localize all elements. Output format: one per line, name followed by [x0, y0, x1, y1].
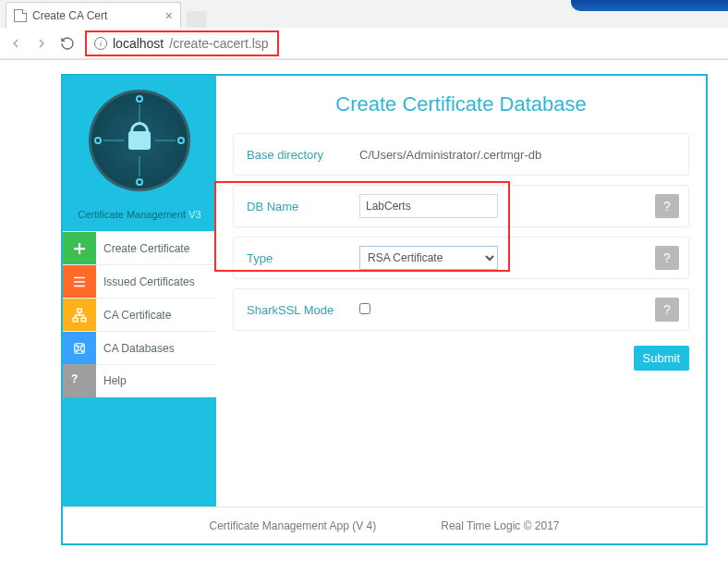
plus-icon	[63, 232, 96, 265]
window-frame-accent	[571, 0, 728, 11]
list-icon	[63, 265, 96, 299]
submit-button[interactable]: Submit	[634, 346, 689, 371]
db-name-input[interactable]	[359, 194, 498, 218]
site-info-icon[interactable]: i	[94, 37, 107, 50]
tab-title: Create CA Cert	[32, 9, 107, 22]
svg-rect-2	[81, 318, 86, 322]
sidebar-item-label: CA Certificate	[103, 309, 171, 322]
type-label: Type	[234, 251, 356, 265]
tree-icon	[63, 299, 96, 332]
new-tab-button[interactable]	[187, 11, 207, 28]
sidebar-item-issued-certificates[interactable]: Issued Certificates	[63, 264, 216, 298]
footer: Certificate Management App (V 4) Real Ti…	[63, 506, 706, 543]
database-icon	[63, 332, 96, 365]
browser-chrome: Create CA Cert × i localhost/create-cace…	[0, 0, 728, 60]
help-button[interactable]: ?	[655, 298, 679, 322]
close-tab-icon[interactable]: ×	[165, 8, 173, 23]
sharkssl-checkbox[interactable]	[359, 303, 370, 314]
forward-button[interactable]	[33, 35, 50, 52]
sidebar-item-create-certificate[interactable]: Create Certificate	[63, 231, 216, 264]
sidebar-item-label: Help	[103, 374, 127, 387]
row-type: Type RSA Certificate ?	[233, 237, 689, 279]
svg-point-7	[76, 350, 78, 352]
svg-point-4	[78, 347, 81, 350]
main-panel: Create Certificate Database Base directo…	[216, 76, 706, 506]
back-button[interactable]	[7, 35, 24, 52]
svg-rect-0	[78, 309, 82, 312]
svg-point-5	[76, 345, 78, 347]
help-button[interactable]: ?	[655, 246, 679, 270]
row-sharkssl-mode: SharkSSL Mode ?	[233, 288, 689, 331]
base-directory-value: C/Users/Administrator/.certmgr-db	[356, 148, 688, 162]
app-frame: Certificate Management V3 Create Certifi…	[61, 74, 708, 545]
sidebar: Certificate Management V3 Create Certifi…	[63, 76, 216, 506]
svg-rect-1	[73, 318, 78, 322]
base-directory-label: Base directory	[234, 148, 356, 162]
sidebar-item-label: CA Databases	[103, 342, 175, 355]
lock-icon	[128, 131, 151, 150]
row-base-directory: Base directory C/Users/Administrator/.ce…	[233, 133, 689, 176]
address-bar-row: i localhost/create-cacert.lsp	[0, 28, 728, 59]
footer-app-name: Certificate Management App (V 4)	[210, 519, 377, 532]
type-select[interactable]: RSA Certificate	[359, 246, 498, 270]
page-title: Create Certificate Database	[233, 92, 689, 116]
sidebar-item-label: Create Certificate	[103, 242, 189, 255]
sharkssl-label: SharkSSL Mode	[234, 303, 356, 317]
help-button[interactable]: ?	[655, 194, 679, 218]
row-db-name: DB Name ?	[233, 185, 689, 227]
question-icon: ?	[63, 364, 96, 397]
db-name-label: DB Name	[234, 200, 356, 213]
page-icon	[14, 9, 27, 22]
tabs-row: Create CA Cert ×	[0, 0, 728, 28]
svg-point-6	[81, 345, 83, 347]
reload-button[interactable]	[59, 35, 76, 52]
sidebar-item-ca-certificate[interactable]: CA Certificate	[63, 298, 216, 331]
footer-copyright: Real Time Logic © 2017	[441, 519, 559, 532]
sidebar-menu: Create Certificate Issued Certificates C…	[63, 231, 216, 397]
address-bar[interactable]: i localhost/create-cacert.lsp	[85, 30, 279, 56]
sidebar-item-help[interactable]: ? Help	[63, 364, 216, 397]
sidebar-item-label: Issued Certificates	[103, 275, 195, 288]
url-host: localhost	[113, 36, 164, 51]
svg-point-8	[81, 350, 83, 352]
sidebar-title: Certificate Management V3	[63, 209, 216, 220]
url-path: /create-cacert.lsp	[169, 36, 268, 51]
logo	[63, 76, 216, 205]
browser-tab[interactable]: Create CA Cert ×	[6, 2, 181, 28]
sidebar-item-ca-databases[interactable]: CA Databases	[63, 331, 216, 364]
